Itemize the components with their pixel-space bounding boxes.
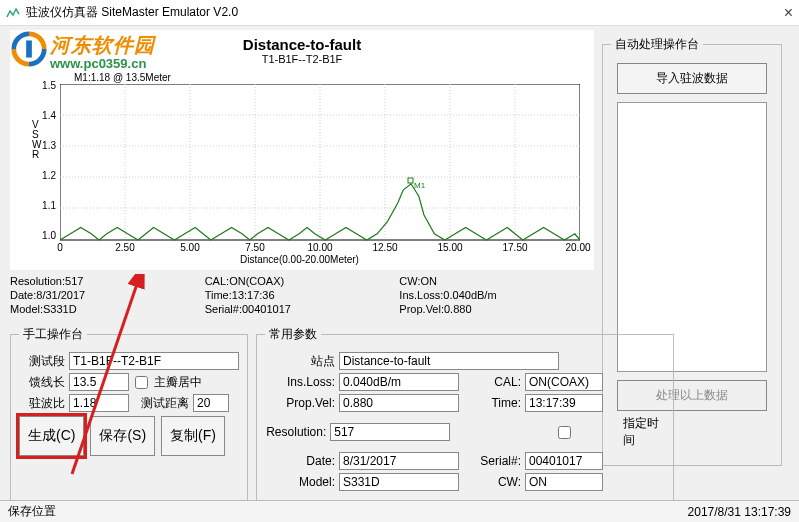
- dist-label: 测试距离: [133, 395, 189, 412]
- info-model: Model:S331D: [10, 302, 205, 316]
- info-cw: CW:ON: [399, 274, 594, 288]
- model-input[interactable]: [339, 473, 459, 491]
- info-serial: Serial#:00401017: [205, 302, 400, 316]
- m1-marker: M1: [414, 181, 426, 190]
- watermark-logo: [10, 30, 48, 68]
- mainlobe-checkbox[interactable]: [135, 376, 148, 389]
- info-date: Date:8/31/2017: [10, 288, 205, 302]
- info-insloss: Ins.Loss:0.040dB/m: [399, 288, 594, 302]
- status-left: 保存位置: [8, 503, 688, 520]
- x-axis-label: Distance(0.00-20.00Meter): [240, 254, 359, 265]
- info-block: Resolution:517 Date:8/31/2017 Model:S331…: [10, 274, 594, 316]
- mainlobe-label: 主瓣居中: [154, 374, 202, 391]
- close-button[interactable]: ×: [753, 4, 793, 22]
- vswr-input[interactable]: [69, 394, 129, 412]
- feed-input[interactable]: [69, 373, 129, 391]
- test-label: 测试段: [19, 353, 65, 370]
- chart-m1-label: M1:1.18 @ 13.5Meter: [74, 72, 171, 83]
- app-icon: [6, 6, 20, 20]
- cw-input[interactable]: [525, 473, 603, 491]
- test-input[interactable]: [69, 352, 239, 370]
- manual-legend: 手工操作台: [19, 326, 87, 343]
- model-label: Model:: [265, 475, 335, 489]
- manual-panel: 手工操作台 测试段 馈线长 主瓣居中 驻波比 测试距离: [10, 326, 248, 501]
- vswr-label: 驻波比: [19, 395, 65, 412]
- cal-label: CAL:: [471, 375, 521, 389]
- info-resolution: Resolution:517: [10, 274, 205, 288]
- feed-label: 馈线长: [19, 374, 65, 391]
- info-time: Time:13:17:36: [205, 288, 400, 302]
- svg-rect-2: [26, 40, 32, 57]
- chart-plot: M1: [60, 84, 580, 242]
- spectime-checkbox[interactable]: [512, 426, 617, 439]
- date-label: Date:: [265, 454, 335, 468]
- serial-input[interactable]: [525, 452, 603, 470]
- site-label: 站点: [265, 353, 335, 370]
- common-legend: 常用参数: [265, 326, 321, 343]
- insloss-label: Ins.Loss:: [265, 375, 335, 389]
- watermark: [10, 30, 48, 68]
- propvel-label: Prop.Vel:: [265, 396, 335, 410]
- watermark-text: 河东软件园: [50, 32, 155, 59]
- res-input[interactable]: [330, 423, 450, 441]
- info-propvel: Prop.Vel:0.880: [399, 302, 594, 316]
- y-axis-label: VSWR: [32, 120, 42, 160]
- copy-button[interactable]: 复制(F): [161, 416, 225, 456]
- serial-label: Serial#:: [471, 454, 521, 468]
- cw-label: CW:: [471, 475, 521, 489]
- window-title: 驻波仪仿真器 SiteMaster Emulator V2.0: [26, 4, 753, 21]
- save-button[interactable]: 保存(S): [90, 416, 155, 456]
- ytick: 1.1: [18, 200, 56, 211]
- spectime-label: 指定时间: [623, 415, 665, 449]
- cal-input[interactable]: [525, 373, 603, 391]
- statusbar: 保存位置 2017/8/31 13:17:39: [0, 500, 799, 522]
- time-input[interactable]: [525, 394, 603, 412]
- status-right: 2017/8/31 13:17:39: [688, 505, 791, 519]
- common-panel: 常用参数 站点 Ins.Loss: CAL: Prop.Vel: Time:: [256, 326, 674, 501]
- chart-area: 河东软件园 www.pc0359.cn Distance-to-fault T1…: [10, 30, 594, 270]
- info-cal: CAL:ON(COAX): [205, 274, 400, 288]
- ytick: 1.0: [18, 230, 56, 241]
- auto-legend: 自动处理操作台: [611, 36, 703, 53]
- import-button[interactable]: 导入驻波数据: [617, 63, 767, 94]
- propvel-input[interactable]: [339, 394, 459, 412]
- titlebar: 驻波仪仿真器 SiteMaster Emulator V2.0 ×: [0, 0, 799, 26]
- generate-button[interactable]: 生成(C): [19, 416, 84, 456]
- watermark-url: www.pc0359.cn: [50, 56, 146, 71]
- time-label: Time:: [471, 396, 521, 410]
- insloss-input[interactable]: [339, 373, 459, 391]
- svg-rect-15: [408, 178, 413, 183]
- ytick: 1.2: [18, 170, 56, 181]
- site-input[interactable]: [339, 352, 559, 370]
- date-input[interactable]: [339, 452, 459, 470]
- res-label: Resolution:: [265, 425, 326, 439]
- dist-input[interactable]: [193, 394, 229, 412]
- ytick: 1.5: [18, 80, 56, 91]
